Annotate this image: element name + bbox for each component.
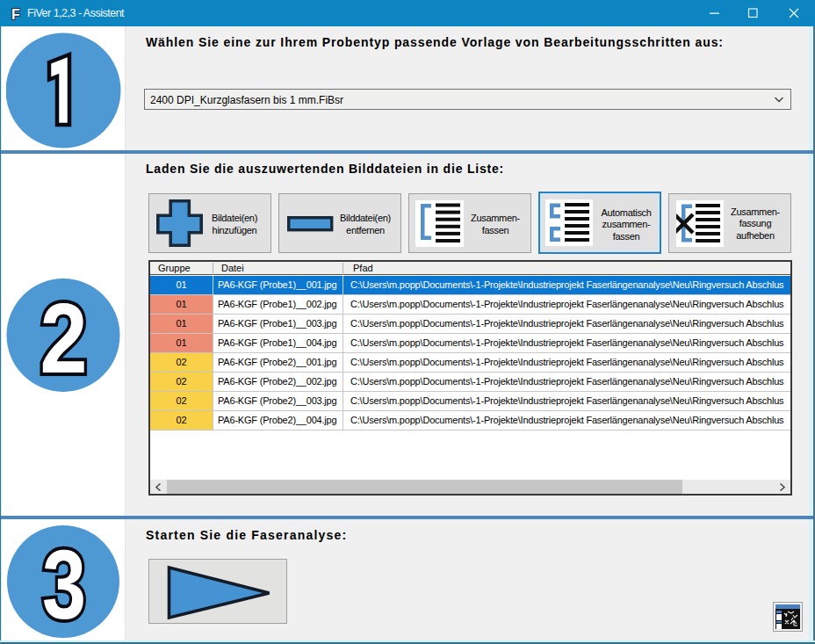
svg-text:3: 3 bbox=[42, 530, 86, 638]
svg-text:2: 2 bbox=[40, 283, 88, 394]
svg-text:F: F bbox=[11, 7, 20, 22]
